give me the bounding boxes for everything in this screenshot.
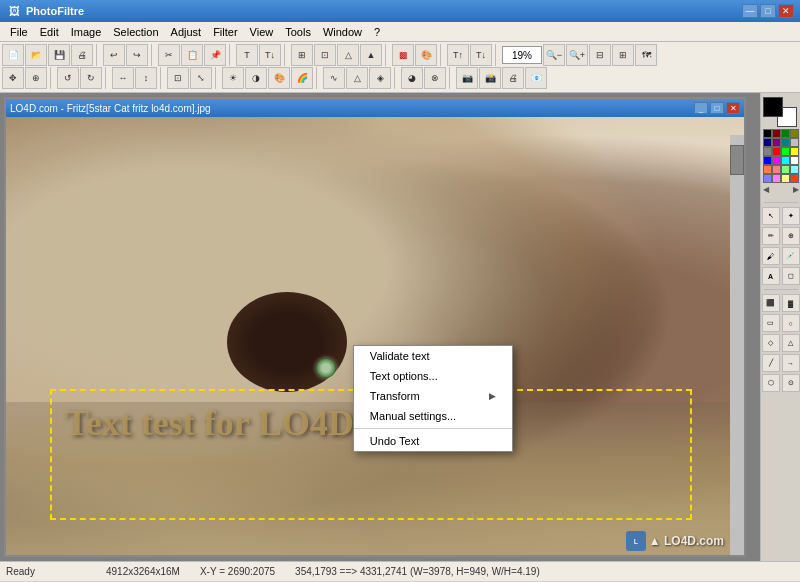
save-button[interactable]: 💾 [48, 44, 70, 66]
palette-color[interactable] [772, 129, 781, 138]
palette-color[interactable] [763, 156, 772, 165]
minimize-button[interactable]: — [742, 4, 758, 18]
palette-color[interactable] [781, 138, 790, 147]
palette-color[interactable] [763, 138, 772, 147]
redo-button[interactable]: ↪ [126, 44, 148, 66]
arrow-tool[interactable]: → [782, 354, 800, 372]
palette-color[interactable] [763, 147, 772, 156]
menu-tools[interactable]: Tools [279, 24, 317, 40]
menu-image[interactable]: Image [65, 24, 108, 40]
open-button[interactable]: 📂 [25, 44, 47, 66]
dropfill-tool[interactable]: ⬛ [762, 294, 780, 312]
palette-color[interactable] [772, 138, 781, 147]
flip-h-btn[interactable]: ↔ [112, 67, 134, 89]
close-button[interactable]: ✕ [778, 4, 794, 18]
invert-btn[interactable]: ⊗ [424, 67, 446, 89]
crop-btn[interactable]: ⊡ [167, 67, 189, 89]
clone-tool[interactable]: ⊕ [782, 227, 800, 245]
menu-file[interactable]: File [4, 24, 34, 40]
doc-restore-button[interactable]: □ [710, 102, 724, 114]
ctx-text-options[interactable]: Text options... [354, 366, 512, 386]
select-tool[interactable]: ↖ [762, 207, 780, 225]
ellipse-tool[interactable]: ○ [782, 314, 800, 332]
rotate-r-btn[interactable]: ↻ [80, 67, 102, 89]
color-swap-area[interactable] [763, 97, 799, 127]
new-button[interactable]: 📄 [2, 44, 24, 66]
palette-color[interactable] [781, 156, 790, 165]
canvas-scrollbar[interactable] [730, 135, 744, 555]
canvas-area[interactable]: LO4D.com - Fritz[5star Cat fritz lo4d.co… [0, 93, 760, 561]
zoom-tri-button[interactable]: △ [337, 44, 359, 66]
palette-color[interactable] [763, 129, 772, 138]
diamond-tool[interactable]: ◇ [762, 334, 780, 352]
print2-btn[interactable]: 🖨 [502, 67, 524, 89]
hue-btn[interactable]: 🌈 [291, 67, 313, 89]
palette-prev[interactable]: ◀ [763, 185, 769, 194]
copy-button[interactable]: 📋 [181, 44, 203, 66]
doc-close-button[interactable]: ✕ [726, 102, 740, 114]
print-button[interactable]: 🖨 [71, 44, 93, 66]
snap-btn[interactable]: ⊕ [25, 67, 47, 89]
zoom-input[interactable]: 19% [502, 46, 542, 64]
actual-button[interactable]: ⊞ [612, 44, 634, 66]
capture2-btn[interactable]: 📸 [479, 67, 501, 89]
palette-color[interactable] [781, 129, 790, 138]
line-tool[interactable]: ╱ [762, 354, 780, 372]
ctx-transform[interactable]: Transform ▶ [354, 386, 512, 406]
zoom-in-button[interactable]: 🔍+ [566, 44, 588, 66]
pen-tool[interactable]: ✏ [762, 227, 780, 245]
ctx-validate-text[interactable]: Validate text [354, 346, 512, 366]
palette-color[interactable] [790, 174, 799, 183]
nav-button[interactable]: 🗺 [635, 44, 657, 66]
resize-btn[interactable]: ⤡ [190, 67, 212, 89]
text-tool[interactable]: A [762, 267, 780, 285]
bright-btn[interactable]: ☀ [222, 67, 244, 89]
ctx-undo-text[interactable]: Undo Text [354, 431, 512, 451]
capture-btn[interactable]: 📷 [456, 67, 478, 89]
scroll-thumb[interactable] [730, 145, 744, 175]
menu-adjust[interactable]: Adjust [165, 24, 208, 40]
gradient-tool[interactable]: ▓ [782, 294, 800, 312]
palette-color[interactable] [781, 174, 790, 183]
undo-button[interactable]: ↩ [103, 44, 125, 66]
blur-btn[interactable]: ∿ [323, 67, 345, 89]
menu-edit[interactable]: Edit [34, 24, 65, 40]
rotate-l-btn[interactable]: ↺ [57, 67, 79, 89]
palette-color[interactable] [790, 156, 799, 165]
doc-minimize-button[interactable]: _ [694, 102, 708, 114]
palette-color[interactable] [790, 138, 799, 147]
flip-v-btn[interactable]: ↕ [135, 67, 157, 89]
grid-button[interactable]: ⊞ [291, 44, 313, 66]
stamp-tool[interactable]: ⊙ [782, 374, 800, 392]
color-button[interactable]: 🎨 [415, 44, 437, 66]
menu-view[interactable]: View [244, 24, 280, 40]
brush-tool[interactable]: 🖌 [762, 247, 780, 265]
palette-color[interactable] [790, 129, 799, 138]
maximize-button[interactable]: □ [760, 4, 776, 18]
text-up-button[interactable]: T↑ [447, 44, 469, 66]
palette-color[interactable] [763, 174, 772, 183]
palette-color[interactable] [772, 174, 781, 183]
move-btn[interactable]: ✥ [2, 67, 24, 89]
palette-button[interactable]: ▩ [392, 44, 414, 66]
paste-button[interactable]: 📌 [204, 44, 226, 66]
shape-button[interactable]: ▲ [360, 44, 382, 66]
filter1-button[interactable]: T [236, 44, 258, 66]
palette-next[interactable]: ▶ [793, 185, 799, 194]
emboss-btn[interactable]: ◈ [369, 67, 391, 89]
palette-color[interactable] [772, 156, 781, 165]
zoom-out-button[interactable]: 🔍− [543, 44, 565, 66]
cut-button[interactable]: ✂ [158, 44, 180, 66]
rect-tool[interactable]: ▭ [762, 314, 780, 332]
palette-color[interactable] [781, 147, 790, 156]
text-dn-button[interactable]: T↓ [470, 44, 492, 66]
menu-help[interactable]: ? [368, 24, 386, 40]
eraser-tool[interactable]: ◻ [782, 267, 800, 285]
palette-color[interactable] [790, 165, 799, 174]
sharpen-btn[interactable]: △ [346, 67, 368, 89]
menu-filter[interactable]: Filter [207, 24, 243, 40]
contrast-btn[interactable]: ◑ [245, 67, 267, 89]
foreground-color[interactable] [763, 97, 783, 117]
magic-tool[interactable]: ✦ [782, 207, 800, 225]
palette-color[interactable] [781, 165, 790, 174]
